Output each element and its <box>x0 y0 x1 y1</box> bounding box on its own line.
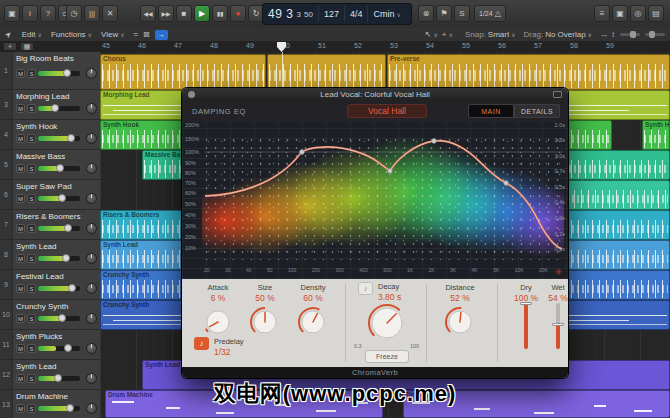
edit-menu[interactable]: Edit∨ <box>22 30 42 39</box>
mixer-icon[interactable]: ||| <box>84 5 100 22</box>
damping-eq-button[interactable]: DAMPING EQ <box>192 107 246 116</box>
solo-button[interactable]: S <box>27 344 36 353</box>
playhead-marker[interactable] <box>277 42 286 52</box>
vertical-zoom-slider[interactable] <box>645 33 665 36</box>
command-click-tool-menu[interactable]: + ∨ <box>442 30 453 39</box>
size-knob[interactable] <box>248 305 282 339</box>
chevron-down-icon[interactable]: ∨ <box>396 11 400 18</box>
track-row[interactable]: 11 Synth Plucks MS <box>0 330 100 360</box>
solo-button[interactable]: S <box>27 284 36 293</box>
pan-knob[interactable] <box>86 68 97 79</box>
mute-button[interactable]: M <box>16 314 25 323</box>
link-icon[interactable] <box>553 91 562 98</box>
pan-knob[interactable] <box>86 403 97 414</box>
audio-region[interactable]: Synth Hook <box>642 120 670 150</box>
solo-mode-button[interactable]: S <box>454 5 470 22</box>
pan-knob[interactable] <box>86 373 97 384</box>
catch-playhead-button[interactable]: → <box>155 30 168 40</box>
solo-button[interactable]: S <box>27 104 36 113</box>
chromaverb-plugin-window[interactable]: Lead Vocal: Colorful Vocal Hall DAMPING … <box>182 88 568 378</box>
decay-sync-button[interactable]: ♪ <box>358 282 373 295</box>
volume-slider[interactable] <box>38 406 80 411</box>
tab-main[interactable]: MAIN <box>468 104 514 118</box>
volume-slider[interactable] <box>38 286 80 291</box>
mute-button[interactable]: M <box>16 224 25 233</box>
mute-button[interactable]: M <box>16 344 25 353</box>
metronome-button[interactable]: 1/24 △ <box>474 5 506 22</box>
solo-button[interactable]: S <box>27 164 36 173</box>
pan-knob[interactable] <box>86 133 97 144</box>
drag-menu[interactable]: Drag: No Overlap ∨ <box>524 30 592 39</box>
tuner-icon[interactable]: ◷ <box>66 5 82 22</box>
decay-knob[interactable] <box>365 301 409 345</box>
track-row[interactable]: 12 Synth Lead MS <box>0 360 100 390</box>
track-row[interactable]: 13 Drum Machine MS <box>0 390 100 418</box>
solo-button[interactable]: S <box>27 69 36 78</box>
dry-slider[interactable] <box>524 303 528 349</box>
audio-region[interactable]: Chorus <box>100 54 266 90</box>
distance-knob[interactable] <box>443 305 477 339</box>
quick-help-icon[interactable]: ? <box>40 5 56 22</box>
inspector-icon[interactable]: i <box>22 5 38 22</box>
reverb-visualizer[interactable]: 200% 150% 100% 90% 80% 70% 60% 50% 40% 3… <box>182 122 568 279</box>
pan-knob[interactable] <box>86 253 97 264</box>
track-row[interactable]: 3 Morphing Lead MS <box>0 90 100 120</box>
automation-icon[interactable]: ≈ <box>134 30 138 39</box>
audio-region[interactable] <box>267 54 386 90</box>
volume-slider[interactable] <box>38 226 80 231</box>
freeze-button[interactable]: Freeze <box>365 350 409 363</box>
preset-selector[interactable]: Vocal Hall <box>347 104 427 118</box>
pause-button[interactable]: ▮▮ <box>212 5 228 22</box>
mute-button[interactable]: M <box>16 374 25 383</box>
mute-button[interactable]: M <box>16 284 25 293</box>
pan-knob[interactable] <box>86 193 97 204</box>
mute-button[interactable]: M <box>16 164 25 173</box>
mute-button[interactable]: M <box>16 104 25 113</box>
track-row[interactable]: 6 Super Saw Pad MS <box>0 180 100 210</box>
volume-slider[interactable] <box>38 71 80 76</box>
mute-button[interactable]: M <box>16 404 25 413</box>
solo-button[interactable]: S <box>27 254 36 263</box>
volume-slider[interactable] <box>38 106 80 111</box>
volume-slider[interactable] <box>38 136 80 141</box>
pan-knob[interactable] <box>86 103 97 114</box>
track-row[interactable]: 9 Festival Lead MS <box>0 270 100 300</box>
volume-slider[interactable] <box>38 316 80 321</box>
pan-knob[interactable] <box>86 223 97 234</box>
tab-details[interactable]: DETAILS <box>514 104 560 118</box>
solo-button[interactable]: S <box>27 134 36 143</box>
zoom-horizontal-icon[interactable]: ↔ <box>600 30 608 39</box>
functions-menu[interactable]: Functions∨ <box>51 30 92 39</box>
volume-slider[interactable] <box>38 376 80 381</box>
replace-button[interactable]: ⊗ <box>418 5 434 22</box>
track-row[interactable]: 1 Big Room Beats M S <box>0 52 100 90</box>
volume-slider[interactable] <box>38 166 80 171</box>
pan-knob[interactable] <box>86 313 97 324</box>
zoom-vertical-icon[interactable]: ↕ <box>611 30 615 39</box>
stop-button[interactable]: ■ <box>176 5 192 22</box>
lcd-display[interactable]: 49 3 3 50 127 4/4 Cmin ∨ <box>262 3 412 25</box>
solo-button[interactable]: S <box>27 404 36 413</box>
pan-knob[interactable] <box>86 163 97 174</box>
left-click-tool-menu[interactable]: ↖ ∨ <box>425 30 438 39</box>
volume-slider[interactable] <box>38 346 80 351</box>
workspace-icon[interactable]: ▣ <box>4 5 20 22</box>
solo-button[interactable]: S <box>27 224 36 233</box>
add-track-button[interactable]: + <box>3 42 17 51</box>
note-pads-icon[interactable]: ▣ <box>612 5 628 22</box>
audio-region[interactable]: Pre-verse <box>387 54 670 90</box>
mute-button[interactable]: M <box>16 69 25 78</box>
close-icon[interactable] <box>188 91 195 98</box>
track-row[interactable]: 10 Crunchy Synth MS <box>0 300 100 330</box>
mute-button[interactable]: M <box>16 134 25 143</box>
flex-icon[interactable]: ⊠ <box>143 30 150 39</box>
record-button[interactable]: ● <box>230 5 246 22</box>
editors-icon[interactable]: ✕ <box>102 5 118 22</box>
rewind-button[interactable]: ◀◀ <box>140 5 156 22</box>
track-zoom-button[interactable]: ▦ <box>20 42 34 51</box>
track-row[interactable]: 5 Massive Bass MS <box>0 150 100 180</box>
solo-button[interactable]: S <box>27 374 36 383</box>
track-row[interactable]: 8 Synth Lead MS <box>0 240 100 270</box>
density-knob[interactable] <box>296 305 330 339</box>
mute-button[interactable]: M <box>16 254 25 263</box>
